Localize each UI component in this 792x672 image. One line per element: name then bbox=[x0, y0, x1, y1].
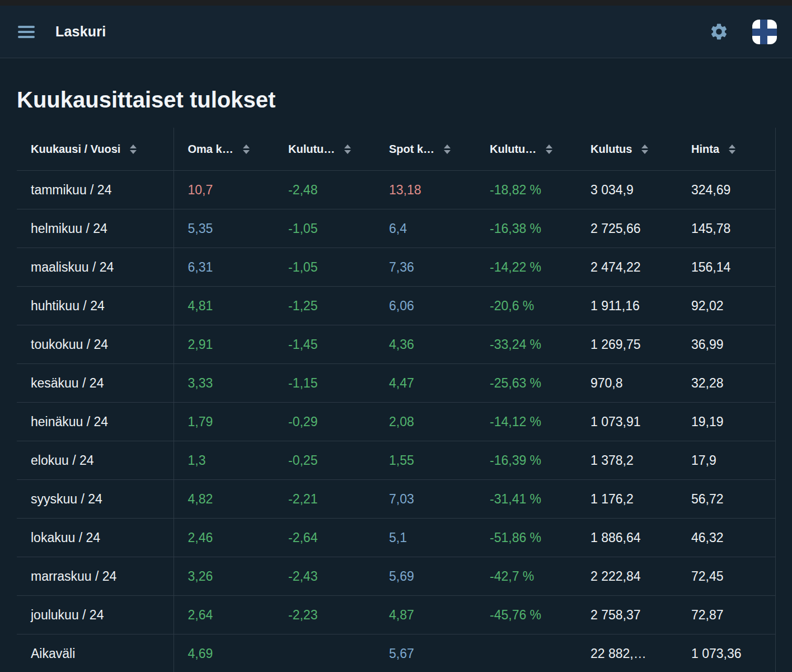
column-header-0[interactable]: Kuukausi / Vuosi bbox=[17, 128, 174, 171]
column-label: Kuukausi / Vuosi bbox=[31, 143, 120, 155]
value-cell: 1 269,75 bbox=[577, 325, 677, 364]
month-cell: heinäkuu / 24 bbox=[17, 403, 174, 441]
value-cell: 1,55 bbox=[375, 441, 476, 480]
table-row: kesäkuu / 243,33-1,154,47-25,63 %970,832… bbox=[17, 364, 775, 403]
value-cell: 2,08 bbox=[375, 403, 476, 441]
value-cell: 324,69 bbox=[677, 171, 775, 209]
sort-arrows-icon bbox=[641, 144, 648, 154]
value-cell: 72,87 bbox=[677, 596, 775, 634]
value-cell: 32,28 bbox=[677, 364, 775, 403]
sort-arrows-icon bbox=[130, 144, 137, 154]
value-cell: 4,81 bbox=[174, 287, 274, 325]
value-cell: -1,25 bbox=[274, 287, 375, 325]
value-cell: 17,9 bbox=[677, 441, 775, 480]
table-row: helmikuu / 245,35-1,056,4-16,38 %2 725,6… bbox=[17, 209, 775, 248]
column-label: Kulutus bbox=[591, 143, 632, 155]
value-cell: -0,29 bbox=[274, 403, 375, 441]
app-title: Laskuri bbox=[55, 24, 106, 40]
month-cell: syyskuu / 24 bbox=[17, 480, 174, 519]
value-cell: 5,1 bbox=[375, 519, 476, 557]
value-cell: 56,72 bbox=[677, 480, 775, 519]
value-cell: -51,86 % bbox=[476, 519, 577, 557]
value-cell: -2,64 bbox=[274, 519, 375, 557]
value-cell: -1,05 bbox=[274, 248, 375, 287]
column-label: Spot k… bbox=[389, 143, 434, 155]
value-cell: -2,23 bbox=[274, 596, 375, 634]
table-row: marraskuu / 243,26-2,435,69-42,7 %2 222,… bbox=[17, 557, 775, 596]
value-cell: -45,76 % bbox=[476, 596, 577, 634]
value-cell: 145,78 bbox=[677, 209, 775, 248]
value-cell: 10,7 bbox=[174, 171, 274, 209]
value-cell: 6,4 bbox=[375, 209, 476, 248]
value-cell: 7,36 bbox=[375, 248, 476, 287]
column-header-1[interactable]: Oma k… bbox=[174, 128, 274, 171]
month-cell: Aikaväli bbox=[17, 634, 174, 672]
value-cell: 970,8 bbox=[577, 364, 677, 403]
table-row: joulukuu / 242,64-2,234,87-45,76 %2 758,… bbox=[17, 596, 775, 634]
value-cell: -1,45 bbox=[274, 325, 375, 364]
sort-arrows-icon bbox=[444, 144, 451, 154]
column-label: Hinta bbox=[691, 143, 719, 155]
value-cell: 1 176,2 bbox=[577, 480, 677, 519]
value-cell: -16,39 % bbox=[476, 441, 577, 480]
value-cell: -25,63 % bbox=[476, 364, 577, 403]
column-header-4[interactable]: Kulutu… bbox=[476, 128, 577, 171]
value-cell: 2,46 bbox=[174, 519, 274, 557]
value-cell: 92,02 bbox=[677, 287, 775, 325]
value-cell: -33,24 % bbox=[476, 325, 577, 364]
table-row: maaliskuu / 246,31-1,057,36-14,22 %2 474… bbox=[17, 248, 775, 287]
sort-arrows-icon bbox=[243, 144, 250, 154]
value-cell: 4,36 bbox=[375, 325, 476, 364]
value-cell: 3,33 bbox=[174, 364, 274, 403]
value-cell: 6,06 bbox=[375, 287, 476, 325]
value-cell: 13,18 bbox=[375, 171, 476, 209]
value-cell: -31,41 % bbox=[476, 480, 577, 519]
finnish-flag-icon[interactable] bbox=[752, 20, 777, 44]
table-row: syyskuu / 244,82-2,217,03-31,41 %1 176,2… bbox=[17, 480, 775, 519]
month-cell: helmikuu / 24 bbox=[17, 209, 174, 248]
column-header-5[interactable]: Kulutus bbox=[577, 128, 677, 171]
monthly-results-table: Kuukausi / VuosiOma k…Kulutu…Spot k…Kulu… bbox=[17, 128, 776, 672]
app-window: Laskuri Kuukausittaiset tulokset Kuukaus… bbox=[0, 0, 792, 672]
column-header-6[interactable]: Hinta bbox=[677, 128, 775, 171]
value-cell: 2 222,84 bbox=[577, 557, 677, 596]
month-cell: joulukuu / 24 bbox=[17, 596, 174, 634]
value-cell: 1,3 bbox=[174, 441, 274, 480]
value-cell: 4,69 bbox=[174, 634, 274, 672]
value-cell: 5,35 bbox=[174, 209, 274, 248]
value-cell: 4,47 bbox=[375, 364, 476, 403]
value-cell: -1,15 bbox=[274, 364, 375, 403]
sort-arrows-icon bbox=[546, 144, 552, 154]
settings-gear-icon[interactable] bbox=[709, 22, 729, 42]
table-row: Aikaväli4,695,6722 882,…1 073,36 bbox=[17, 634, 775, 672]
table-row: huhtikuu / 244,81-1,256,06-20,6 %1 911,1… bbox=[17, 287, 775, 325]
value-cell: 2,91 bbox=[174, 325, 274, 364]
value-cell: 1 911,16 bbox=[577, 287, 677, 325]
value-cell: 6,31 bbox=[174, 248, 274, 287]
value-cell: 3,26 bbox=[174, 557, 274, 596]
month-cell: marraskuu / 24 bbox=[17, 557, 174, 596]
value-cell bbox=[274, 634, 375, 672]
value-cell: 19,19 bbox=[677, 403, 775, 441]
value-cell: 2 758,37 bbox=[577, 596, 677, 634]
month-cell: elokuu / 24 bbox=[17, 441, 174, 480]
month-cell: tammikuu / 24 bbox=[17, 171, 174, 209]
table-row: lokakuu / 242,46-2,645,1-51,86 %1 886,64… bbox=[17, 519, 775, 557]
column-header-3[interactable]: Spot k… bbox=[375, 128, 476, 171]
month-cell: toukokuu / 24 bbox=[17, 325, 174, 364]
value-cell: 2,64 bbox=[174, 596, 274, 634]
value-cell: -2,21 bbox=[274, 480, 375, 519]
value-cell: -0,25 bbox=[274, 441, 375, 480]
app-header: Laskuri bbox=[0, 6, 792, 58]
month-cell: lokakuu / 24 bbox=[17, 519, 174, 557]
value-cell: 1,79 bbox=[174, 403, 274, 441]
hamburger-menu-icon[interactable] bbox=[17, 24, 36, 40]
value-cell: 156,14 bbox=[677, 248, 775, 287]
column-header-2[interactable]: Kulutu… bbox=[274, 128, 375, 171]
value-cell: 1 378,2 bbox=[577, 441, 677, 480]
table-row: tammikuu / 2410,7-2,4813,18-18,82 %3 034… bbox=[17, 171, 775, 209]
value-cell: 4,82 bbox=[174, 480, 274, 519]
value-cell: -2,43 bbox=[274, 557, 375, 596]
main-content: Kuukausittaiset tulokset Kuukausi / Vuos… bbox=[0, 58, 792, 672]
value-cell: 3 034,9 bbox=[577, 171, 677, 209]
